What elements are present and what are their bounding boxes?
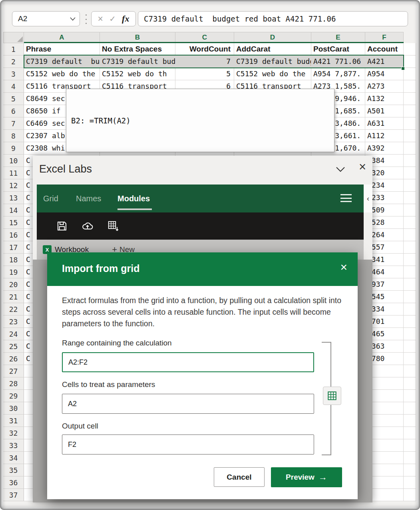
- row-header[interactable]: 21: [3, 291, 24, 303]
- row-header[interactable]: 1: [3, 43, 24, 56]
- row-header[interactable]: 34: [3, 452, 24, 464]
- grid-cell[interactable]: [404, 130, 416, 142]
- grid-cell[interactable]: [404, 254, 416, 266]
- row-header[interactable]: 29: [3, 390, 24, 402]
- row-header[interactable]: 16: [3, 229, 24, 241]
- row-header[interactable]: 12: [3, 179, 24, 192]
- cloud-upload-icon[interactable]: [82, 220, 94, 232]
- grid-cell[interactable]: [404, 179, 416, 192]
- row-header[interactable]: 13: [3, 192, 24, 204]
- pane-chevron-down-icon[interactable]: [336, 166, 345, 173]
- tab-modules[interactable]: Modules: [117, 194, 150, 203]
- grid-cell[interactable]: AddCarat: [234, 43, 311, 56]
- grid-cell[interactable]: Account: [365, 43, 404, 56]
- grid-cell[interactable]: [404, 278, 416, 291]
- preview-button[interactable]: Preview →: [271, 467, 342, 487]
- grid-cell[interactable]: A954: [365, 68, 404, 80]
- grid-cell[interactable]: C5152 web do th: [100, 68, 175, 80]
- grid-cell[interactable]: 5: [175, 68, 234, 80]
- grid-cell[interactable]: WordCount: [175, 43, 234, 56]
- row-header[interactable]: 33: [3, 439, 24, 452]
- grid-cell[interactable]: [404, 415, 416, 427]
- grid-cell[interactable]: [404, 266, 416, 278]
- row-header[interactable]: 11: [3, 167, 24, 179]
- grid-cell[interactable]: [404, 241, 416, 254]
- grid-cell[interactable]: C7319 default budget red boat A421 771.0…: [234, 56, 311, 68]
- row-header[interactable]: 35: [3, 464, 24, 476]
- row-header[interactable]: 24: [3, 328, 24, 340]
- grid-cell[interactable]: [404, 476, 416, 489]
- row-header[interactable]: 14: [3, 204, 24, 216]
- grid-cell[interactable]: C7319 default budget red boat A421 771.0…: [24, 56, 100, 68]
- grid-cell[interactable]: A273: [365, 80, 404, 93]
- row-header[interactable]: 27: [3, 365, 24, 377]
- grid-cell[interactable]: [404, 353, 416, 365]
- grid-cell[interactable]: C7319 default budget red boat A421 771.0…: [100, 56, 175, 68]
- grid-cell[interactable]: [404, 303, 416, 316]
- grid-cell[interactable]: [404, 167, 416, 179]
- grid-cell[interactable]: [404, 204, 416, 216]
- row-header[interactable]: 7: [3, 117, 24, 130]
- dialog-close-icon[interactable]: ×: [340, 261, 347, 273]
- range-picker-button[interactable]: [323, 387, 341, 405]
- column-header[interactable]: A: [24, 32, 100, 43]
- row-header[interactable]: 9: [3, 142, 24, 155]
- grid-cell[interactable]: C5152 web do the: [24, 68, 100, 80]
- row-header[interactable]: 36: [3, 476, 24, 489]
- grid-cell[interactable]: [404, 117, 416, 130]
- grid-cell[interactable]: A954 7,877.: [311, 68, 365, 80]
- grid-cell[interactable]: A112: [365, 130, 404, 142]
- column-header[interactable]: C: [175, 32, 234, 43]
- save-icon[interactable]: [56, 220, 68, 232]
- grid-cell[interactable]: [404, 439, 416, 452]
- row-header[interactable]: 2: [3, 56, 24, 68]
- grid-cell[interactable]: [404, 377, 416, 390]
- row-header[interactable]: 25: [3, 340, 24, 353]
- grid-cell[interactable]: [404, 229, 416, 241]
- row-header[interactable]: 15: [3, 216, 24, 229]
- grid-cell[interactable]: [404, 56, 416, 68]
- grid-cell[interactable]: [404, 216, 416, 229]
- grid-cell[interactable]: A421 771.06: [311, 56, 365, 68]
- row-header[interactable]: 20: [3, 278, 24, 291]
- row-header[interactable]: 4: [3, 80, 24, 93]
- grid-cell[interactable]: No Extra Spaces: [100, 43, 175, 56]
- fill-handle[interactable]: [401, 67, 405, 70]
- column-header[interactable]: B: [100, 32, 175, 43]
- grid-cell[interactable]: [404, 105, 416, 117]
- row-header[interactable]: 32: [3, 427, 24, 439]
- insert-function-icon[interactable]: fx: [122, 14, 129, 24]
- cancel-entry-icon[interactable]: ×: [98, 14, 103, 24]
- cancel-button[interactable]: Cancel: [214, 467, 265, 487]
- grid-cell[interactable]: [404, 328, 416, 340]
- grid-cell[interactable]: [404, 93, 416, 105]
- grid-cell[interactable]: [404, 340, 416, 353]
- output-cell-input[interactable]: [62, 435, 314, 454]
- grid-cell[interactable]: A631: [365, 117, 404, 130]
- row-header[interactable]: 30: [3, 402, 24, 415]
- row-header[interactable]: 22: [3, 303, 24, 316]
- import-from-grid-icon[interactable]: [107, 220, 119, 232]
- column-header[interactable]: F: [365, 32, 404, 43]
- column-header[interactable]: E: [311, 32, 365, 43]
- chevron-down-icon[interactable]: [70, 17, 76, 21]
- tab-names[interactable]: Names: [76, 194, 101, 203]
- grid-cell[interactable]: [404, 365, 416, 377]
- row-header[interactable]: 6: [3, 105, 24, 117]
- grid-cell[interactable]: PostCarat: [311, 43, 365, 56]
- row-header[interactable]: 37: [3, 489, 24, 501]
- grid-cell[interactable]: A501: [365, 105, 404, 117]
- row-header[interactable]: 5: [3, 93, 24, 105]
- grid-cell[interactable]: Phrase: [24, 43, 100, 56]
- row-header[interactable]: 18: [3, 254, 24, 266]
- formula-bar-input[interactable]: C7319 default budget red boat A421 771.0…: [138, 11, 408, 26]
- enter-entry-icon[interactable]: ✓: [109, 15, 116, 23]
- row-header[interactable]: 28: [3, 377, 24, 390]
- grid-cell[interactable]: [404, 390, 416, 402]
- grid-cell[interactable]: [404, 452, 416, 464]
- grid-cell[interactable]: A421: [365, 56, 404, 68]
- name-box[interactable]: A2: [12, 11, 80, 26]
- grid-cell[interactable]: [404, 192, 416, 204]
- row-header[interactable]: 10: [3, 155, 24, 167]
- grid-cell[interactable]: [404, 80, 416, 93]
